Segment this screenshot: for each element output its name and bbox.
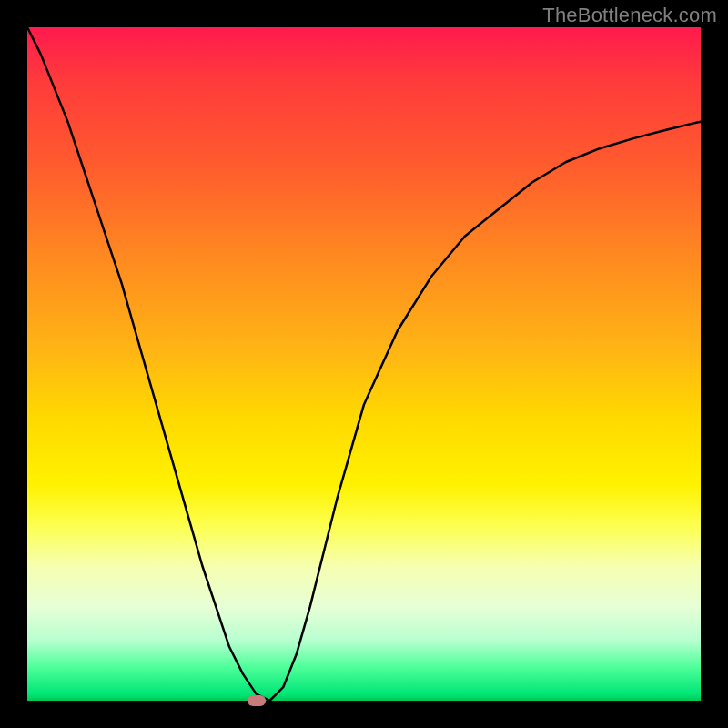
bottleneck-curve <box>27 27 701 701</box>
plot-area <box>27 27 701 701</box>
optimum-marker <box>248 695 266 706</box>
attribution-label: TheBottleneck.com <box>542 4 717 27</box>
chart-frame: TheBottleneck.com <box>0 0 728 728</box>
